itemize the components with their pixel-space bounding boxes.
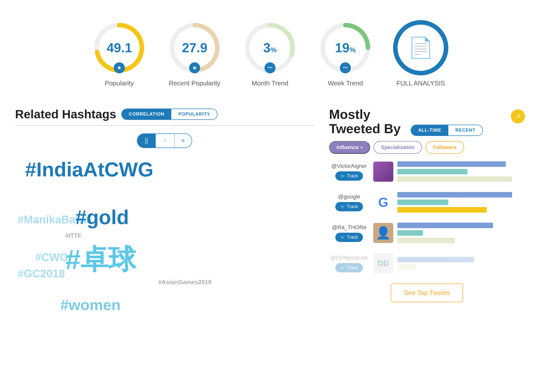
hashtag-gc2018[interactable]: #GC2018	[18, 267, 65, 280]
circle-week-trend[interactable]: 19% 〜	[318, 20, 373, 75]
hashtags-title: Related Hashtags	[15, 107, 116, 121]
hashtag-ittf[interactable]: #ITTF	[65, 232, 81, 239]
word-cloud: #IndiaAtCWG #ManikaBatra #gold #ITTF #CW…	[15, 156, 314, 331]
victor-bar-1	[397, 161, 506, 167]
rathore-handle: @Ra_THORe	[332, 224, 366, 231]
user-info-ddnews: @DDNewsLive 🐦 Track	[329, 255, 369, 272]
week-trend-badge: 〜	[340, 62, 351, 73]
user-row-google: @google 🐦 Track G	[329, 192, 525, 213]
page-wrapper: 49.1 ★ Popularity 27.9 ★ Recent Populari…	[0, 0, 540, 392]
metric-month-trend: 3% 〜 Month Trend	[242, 20, 298, 87]
metric-full-analysis[interactable]: 📄 FULL ANALYSIS	[393, 20, 448, 87]
victor-bars	[397, 161, 525, 182]
scatter-view-btn[interactable]: ⁘	[156, 134, 175, 148]
tweeted-by-toggle[interactable]: ALL-TIME RECENT	[411, 125, 483, 136]
document-icon: 📄	[408, 38, 433, 58]
list-icon: ≡	[182, 137, 185, 144]
month-trend-badge: 〜	[264, 62, 276, 73]
metric-week-trend: 19% 〜 Week Trend	[318, 20, 373, 87]
followers-filter[interactable]: Followers	[425, 141, 464, 154]
all-time-toggle-btn[interactable]: ALL-TIME	[411, 125, 448, 135]
google-handle: @google	[338, 193, 360, 200]
google-bar-1	[397, 192, 512, 198]
influence-filter[interactable]: Influence ▾	[329, 141, 370, 154]
right-panel: MostlyTweeted By ALL-TIME RECENT ↗ Influ…	[329, 107, 525, 331]
rathore-avatar-img: 👤	[376, 226, 391, 240]
recent-popularity-badge: ★	[189, 62, 200, 73]
rathore-bar-3	[397, 238, 455, 243]
google-track-button[interactable]: 🐦 Track	[335, 202, 363, 211]
week-trend-label: Week Trend	[328, 79, 363, 87]
main-content: Related Hashtags CORRELATION POPULARITY …	[15, 102, 525, 331]
rathore-track-button[interactable]: 🐦 Track	[335, 233, 363, 242]
metric-recent-popularity: 27.9 ★ Recent Popularity	[167, 20, 222, 87]
hashtags-toggle[interactable]: CORRELATION POPULARITY	[121, 109, 218, 120]
ddnews-avatar: DD	[373, 253, 393, 273]
popularity-label: Popularity	[105, 79, 134, 87]
hashtag-indiaatcwg[interactable]: #IndiaAtCWG	[25, 158, 153, 181]
circle-month-trend[interactable]: 3% 〜	[242, 20, 298, 75]
bird-icon-google: 🐦	[340, 204, 345, 209]
victor-avatar	[373, 162, 393, 182]
victor-bar-2	[397, 169, 467, 174]
filter-group: Influence ▾ Specialization Followers	[329, 141, 525, 154]
bird-icon: 🐦	[340, 174, 345, 178]
hashtags-section-header: Related Hashtags CORRELATION POPULARITY	[15, 107, 314, 126]
full-analysis-circle[interactable]: 📄	[393, 20, 448, 75]
user-info-rathore: @Ra_THORe 🐦 Track	[329, 224, 369, 242]
list-view-btn[interactable]: ≡	[175, 134, 192, 148]
google-g-letter: G	[378, 195, 388, 210]
google-avatar: G	[373, 192, 393, 212]
rathore-bar-2	[397, 230, 423, 236]
google-bars	[397, 192, 525, 213]
google-bar-3	[397, 207, 487, 213]
victor-track-button[interactable]: 🐦 Track	[335, 171, 363, 181]
metrics-row: 49.1 ★ Popularity 27.9 ★ Recent Populari…	[15, 10, 525, 102]
victor-handle: @VictorAigner	[331, 163, 367, 169]
rathore-bars	[397, 223, 525, 243]
user-row-victor: @VictorAigner 🐦 Track	[329, 161, 525, 182]
correlation-toggle-btn[interactable]: CORRELATION	[122, 109, 172, 119]
circle-popularity[interactable]: 49.1 ★	[92, 20, 147, 75]
rathore-avatar: 👤	[373, 223, 393, 243]
google-bar-2	[397, 200, 448, 205]
right-header: MostlyTweeted By ALL-TIME RECENT ↗	[329, 107, 525, 136]
hashtag-women[interactable]: #women	[60, 296, 121, 314]
dropdown-arrow-icon: ▾	[361, 145, 362, 150]
dd-letters: DD	[377, 259, 389, 268]
left-panel: Related Hashtags CORRELATION POPULARITY …	[15, 107, 314, 331]
share-button[interactable]: ↗	[511, 109, 525, 123]
hashtag-zhuoqiu[interactable]: #卓球	[65, 241, 136, 278]
view-controls[interactable]: ⣿ ⁘ ≡	[137, 133, 192, 148]
hashtag-gold[interactable]: #gold	[75, 206, 129, 229]
recent-popularity-label: Recent Popularity	[169, 79, 220, 87]
specialization-filter[interactable]: Specialization	[373, 141, 422, 154]
rathore-bar-1	[397, 223, 493, 228]
ddnews-track-button[interactable]: 🐦 Track	[335, 263, 363, 272]
user-row-rathore: @Ra_THORe 🐦 Track 👤	[329, 223, 525, 243]
hashtag-cwg[interactable]: #CWG	[35, 251, 68, 264]
recent-popularity-value: 27.9	[182, 41, 207, 54]
ddnews-handle: @DDNewsLive	[330, 255, 368, 261]
mostly-tweeted-title: MostlyTweeted By	[329, 107, 401, 136]
popularity-value: 49.1	[106, 41, 132, 54]
popularity-toggle-btn[interactable]: POPULARITY	[171, 109, 217, 119]
circle-recent-popularity[interactable]: 27.9 ★	[167, 20, 222, 75]
ddnews-bars	[397, 257, 525, 270]
user-row-ddnews: @DDNewsLive 🐦 Track DD	[329, 253, 525, 273]
recent-toggle-btn[interactable]: RECENT	[448, 125, 482, 135]
hashtag-asiangames2018[interactable]: #AsianGames2018	[158, 279, 211, 286]
month-trend-label: Month Trend	[252, 79, 288, 87]
bird-icon-rathore: 🐦	[340, 235, 345, 240]
week-trend-value: 19%	[335, 41, 356, 54]
month-trend-value: 3%	[263, 41, 277, 54]
user-info-google: @google 🐦 Track	[329, 193, 369, 211]
see-top-tweets-button[interactable]: See Top Tweets	[391, 283, 463, 302]
popularity-badge: ★	[114, 62, 125, 73]
share-icon: ↗	[515, 112, 521, 121]
bird-icon-dd: 🐦	[340, 265, 345, 270]
cloud-view-btn[interactable]: ⣿	[137, 134, 156, 148]
ddnews-bar-2	[397, 264, 416, 270]
victor-bar-3	[397, 176, 512, 182]
ddnews-bar-1	[397, 257, 474, 262]
